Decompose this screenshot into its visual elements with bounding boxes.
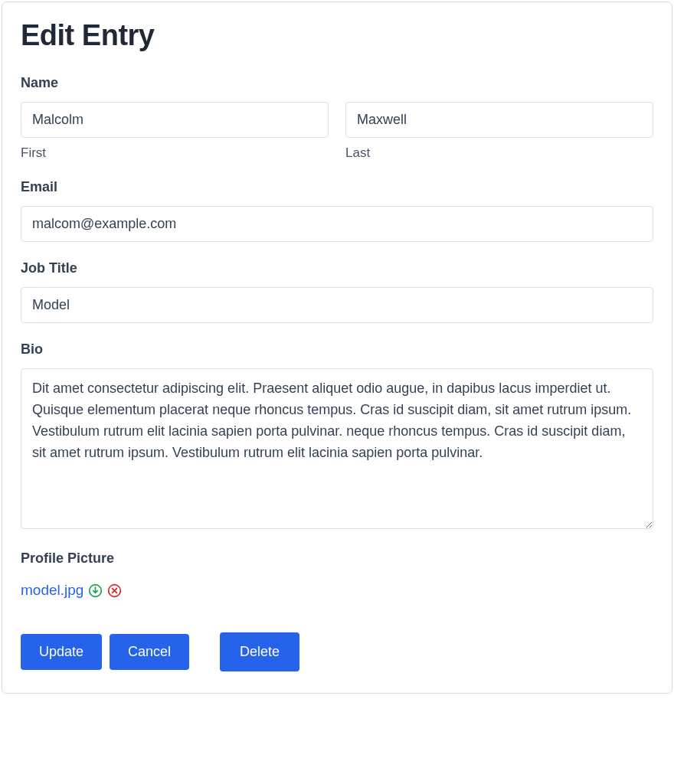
bio-label: Bio <box>21 341 653 358</box>
cancel-button[interactable]: Cancel <box>110 634 189 670</box>
last-name-input[interactable] <box>345 102 653 138</box>
first-name-input[interactable] <box>21 102 329 138</box>
page-title: Edit Entry <box>21 19 653 52</box>
email-label: Email <box>21 179 653 195</box>
email-input[interactable] <box>21 206 653 242</box>
job-title-field-group: Job Title <box>21 260 653 323</box>
last-name-col: Last <box>345 102 653 161</box>
first-name-col: First <box>21 102 329 161</box>
job-title-input[interactable] <box>21 287 653 323</box>
profile-picture-field-group: Profile Picture model.jpg <box>21 550 653 599</box>
name-field-group: Name First Last <box>21 75 653 161</box>
last-name-sublabel: Last <box>345 145 653 161</box>
update-button[interactable]: Update <box>21 634 102 670</box>
email-field-group: Email <box>21 179 653 242</box>
bio-textarea[interactable] <box>21 368 653 529</box>
bio-field-group: Bio <box>21 341 653 532</box>
file-link[interactable]: model.jpg <box>21 582 83 599</box>
delete-file-button[interactable] <box>107 583 122 598</box>
job-title-label: Job Title <box>21 260 653 276</box>
edit-entry-form: Edit Entry Name First Last Email Job Tit… <box>2 2 672 694</box>
download-file-button[interactable] <box>88 583 103 598</box>
name-label: Name <box>21 75 653 91</box>
download-icon <box>88 583 103 598</box>
first-name-sublabel: First <box>21 145 329 161</box>
file-row: model.jpg <box>21 582 653 599</box>
name-row: First Last <box>21 102 653 161</box>
close-icon <box>107 583 122 598</box>
delete-button[interactable]: Delete <box>220 632 299 671</box>
button-row: Update Cancel Delete <box>21 632 653 671</box>
profile-picture-label: Profile Picture <box>21 550 653 567</box>
